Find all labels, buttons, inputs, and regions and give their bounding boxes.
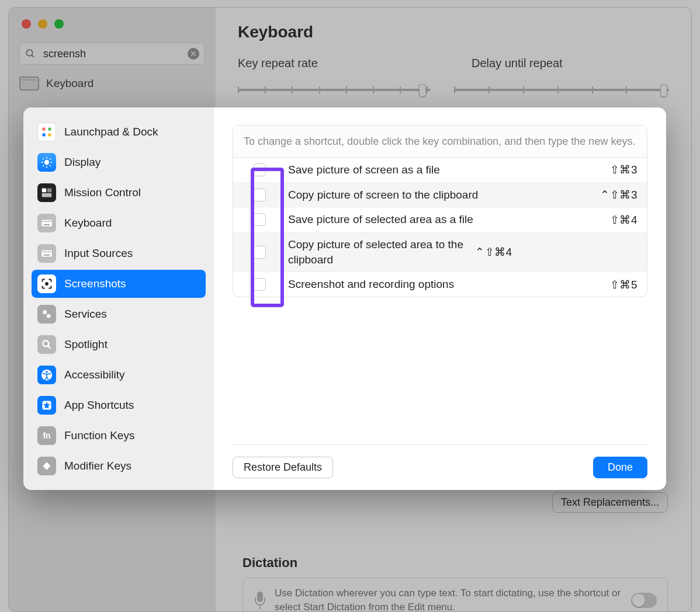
categories-sidebar: Launchpad & DockDisplayMission ControlKe…: [23, 107, 214, 490]
label-delay-repeat: Delay until repeat: [472, 57, 563, 70]
sidebar-item-keyboard[interactable]: Keyboard: [9, 73, 216, 94]
shortcut-label: Save picture of selected area as a file: [276, 211, 610, 228]
shortcut-keys[interactable]: ⇧⌘4: [610, 213, 637, 227]
dictation-panel: Use Dictation wherever you can type text…: [242, 578, 668, 612]
search-input[interactable]: [19, 43, 205, 65]
close-icon[interactable]: [22, 19, 31, 29]
dictation-description: Use Dictation wherever you can type text…: [275, 586, 623, 612]
sheet-footer: Restore Defaults Done: [233, 444, 647, 478]
svg-rect-26: [43, 251, 44, 252]
category-label: App Shortcuts: [64, 399, 134, 412]
category-item-display[interactable]: Display: [32, 148, 206, 176]
svg-rect-19: [43, 221, 44, 222]
category-item-accessibility[interactable]: Accessibility: [32, 361, 206, 389]
category-item-mission[interactable]: Mission Control: [32, 179, 206, 207]
svg-rect-29: [48, 251, 49, 252]
minimize-icon[interactable]: [38, 19, 47, 29]
shortcut-label: Copy picture of screen to the clipboard: [276, 186, 600, 204]
category-item-keyboard[interactable]: Keyboard: [32, 209, 206, 237]
category-item-modifier[interactable]: Modifier Keys: [32, 452, 206, 480]
category-item-launchpad[interactable]: Launchpad & Dock: [32, 118, 206, 146]
shortcut-label: Save picture of screen as a file: [276, 161, 610, 179]
category-item-screenshots[interactable]: Screenshots: [32, 270, 206, 298]
svg-rect-15: [42, 189, 47, 193]
shortcut-row: Copy picture of selected area to the cli…: [233, 232, 647, 272]
svg-rect-30: [50, 251, 51, 252]
shortcut-checkbox[interactable]: [253, 213, 266, 226]
keyboard-shortcuts-sheet: Launchpad & DockDisplayMission ControlKe…: [23, 107, 666, 490]
svg-point-0: [26, 50, 33, 56]
keyboard-icon: [37, 214, 56, 232]
svg-rect-22: [48, 221, 49, 222]
svg-rect-2: [43, 128, 46, 131]
shortcut-row: Save picture of selected area as a file⇧…: [233, 207, 647, 232]
microphone-icon: [254, 592, 266, 609]
shortcut-keys[interactable]: ⌃⇧⌘3: [600, 188, 637, 201]
checkbox-cell: [242, 236, 276, 268]
svg-rect-16: [47, 189, 52, 193]
shortcut-row: Copy picture of screen to the clipboard⌃…: [233, 183, 647, 208]
shortcut-row: Screenshot and recording options⇧⌘5: [233, 272, 647, 297]
shortcut-checkbox[interactable]: [253, 246, 266, 259]
clear-search-icon[interactable]: ✕: [188, 48, 199, 60]
label-key-repeat: Key repeat rate: [238, 57, 436, 70]
search-icon: [25, 48, 36, 59]
shortcut-row: Save picture of screen as a file⇧⌘3: [233, 158, 647, 183]
category-item-appshortcuts[interactable]: App Shortcuts: [32, 391, 206, 419]
svg-point-38: [46, 371, 48, 373]
shortcut-keys[interactable]: ⌃⇧⌘4: [475, 245, 512, 259]
svg-rect-4: [43, 134, 46, 137]
svg-rect-23: [50, 221, 51, 222]
slider-delay[interactable]: [454, 89, 669, 91]
category-label: Modifier Keys: [64, 460, 131, 472]
category-item-input[interactable]: Input Sources: [32, 239, 206, 267]
category-item-spotlight[interactable]: Spotlight: [32, 331, 206, 359]
zoom-icon[interactable]: [54, 19, 64, 29]
svg-point-6: [44, 160, 49, 165]
svg-line-11: [43, 158, 44, 159]
keyboard-icon: [19, 76, 39, 91]
svg-line-1: [32, 55, 34, 57]
svg-rect-28: [46, 251, 47, 252]
category-label: Mission Control: [64, 186, 141, 199]
category-item-services[interactable]: Services: [32, 300, 206, 328]
checkbox-cell: [242, 186, 276, 204]
appshortcuts-icon: [37, 396, 56, 415]
category-item-fn[interactable]: fnFunction Keys: [32, 422, 206, 450]
svg-rect-17: [42, 193, 52, 197]
svg-rect-5: [48, 134, 51, 137]
mission-icon: [37, 183, 56, 202]
fn-icon: fn: [37, 426, 56, 445]
shortcut-checkbox[interactable]: [253, 189, 266, 201]
shortcut-checkbox[interactable]: [253, 278, 266, 291]
shortcut-checkbox[interactable]: [253, 164, 266, 176]
modifier-icon: [37, 457, 56, 475]
text-replacements-button[interactable]: Text Replacements...: [552, 492, 668, 513]
category-label: Spotlight: [64, 338, 108, 351]
category-label: Accessibility: [64, 368, 124, 381]
slider-key-repeat[interactable]: [238, 89, 431, 91]
window-controls: [9, 17, 216, 43]
instructions-text: To change a shortcut, double click the k…: [233, 126, 647, 158]
category-label: Function Keys: [64, 429, 134, 442]
svg-rect-25: [41, 250, 53, 258]
svg-rect-18: [41, 220, 53, 227]
sidebar-item-label: Keyboard: [46, 77, 93, 90]
svg-point-35: [43, 340, 48, 346]
svg-rect-31: [44, 255, 50, 256]
svg-point-32: [45, 282, 48, 286]
shortcuts-panel: To change a shortcut, double click the k…: [233, 125, 647, 297]
shortcut-keys[interactable]: ⇧⌘3: [610, 163, 637, 176]
shortcut-keys[interactable]: ⇧⌘5: [610, 278, 637, 291]
checkbox-cell: [242, 161, 276, 179]
done-button[interactable]: Done: [593, 457, 647, 478]
text-replacements-row: Text Replacements...: [242, 492, 668, 513]
restore-defaults-button[interactable]: Restore Defaults: [233, 457, 333, 478]
category-label: Keyboard: [64, 217, 112, 230]
svg-point-34: [47, 314, 51, 318]
svg-rect-21: [46, 221, 47, 222]
input-icon: [37, 244, 56, 263]
dictation-toggle[interactable]: [631, 593, 657, 608]
shortcut-label: Screenshot and recording options: [276, 276, 610, 293]
checkbox-cell: [242, 211, 276, 228]
